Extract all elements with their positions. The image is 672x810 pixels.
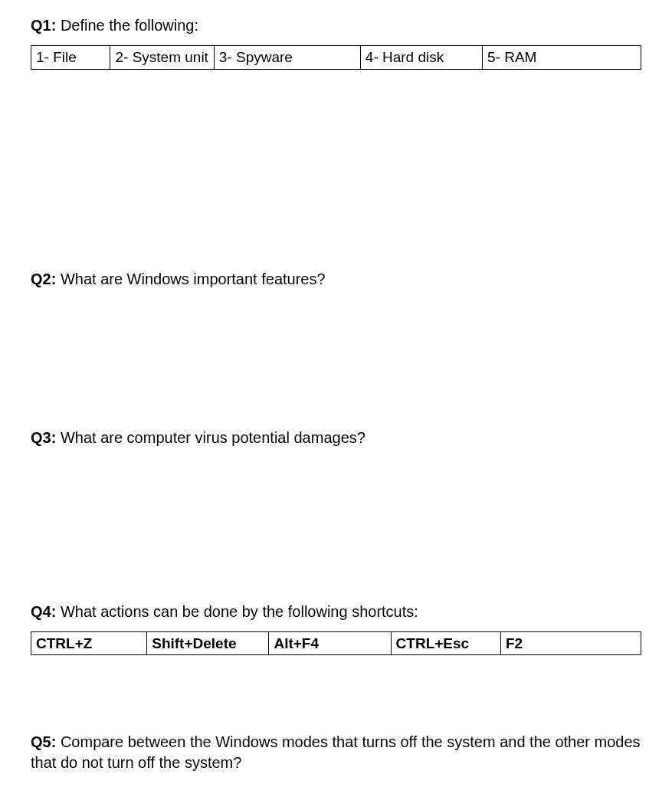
question-4-shortcuts-table: CTRL+Z Shift+Delete Alt+F4 CTRL+Esc F2	[31, 631, 641, 656]
question-4-label: Q4:	[31, 603, 56, 620]
term-cell: 1- File	[31, 46, 110, 70]
question-4: Q4: What actions can be done by the foll…	[31, 602, 641, 656]
shortcut-cell: Alt+F4	[269, 631, 391, 655]
term-cell: 3- Spyware	[214, 46, 360, 70]
shortcut-cell: CTRL+Esc	[391, 631, 500, 655]
question-3-prompt: Q3: What are computer virus potential da…	[31, 428, 641, 448]
question-5-label: Q5:	[31, 733, 56, 750]
question-1-text: Define the following:	[56, 17, 198, 34]
question-1: Q1: Define the following: 1- File 2- Sys…	[31, 15, 641, 70]
term-cell: 4- Hard disk	[360, 46, 482, 70]
question-2-prompt: Q2: What are Windows important features?	[31, 269, 641, 290]
question-2-label: Q2:	[31, 271, 56, 287]
question-4-prompt: Q4: What actions can be done by the foll…	[31, 602, 641, 622]
question-3: Q3: What are computer virus potential da…	[31, 428, 641, 448]
term-cell: 2- System unit	[110, 46, 214, 70]
shortcut-cell: Shift+Delete	[147, 631, 269, 655]
term-cell: 5- RAM	[483, 46, 641, 70]
question-2: Q2: What are Windows important features?	[31, 269, 641, 290]
shortcut-cell: CTRL+Z	[31, 631, 147, 655]
question-5-prompt: Q5: Compare between the Windows modes th…	[31, 732, 641, 773]
table-row: 1- File 2- System unit 3- Spyware 4- Har…	[31, 46, 641, 70]
question-1-terms-table: 1- File 2- System unit 3- Spyware 4- Har…	[31, 45, 641, 70]
question-3-label: Q3:	[31, 429, 56, 446]
question-1-label: Q1:	[31, 17, 56, 34]
question-5: Q5: Compare between the Windows modes th…	[31, 732, 641, 773]
question-3-text: What are computer virus potential damage…	[56, 429, 366, 446]
table-row: CTRL+Z Shift+Delete Alt+F4 CTRL+Esc F2	[31, 631, 641, 655]
question-1-prompt: Q1: Define the following:	[31, 15, 641, 36]
question-5-text: Compare between the Windows modes that t…	[31, 733, 641, 771]
question-4-text: What actions can be done by the followin…	[56, 603, 418, 620]
shortcut-cell: F2	[500, 631, 641, 655]
question-2-text: What are Windows important features?	[56, 271, 325, 287]
